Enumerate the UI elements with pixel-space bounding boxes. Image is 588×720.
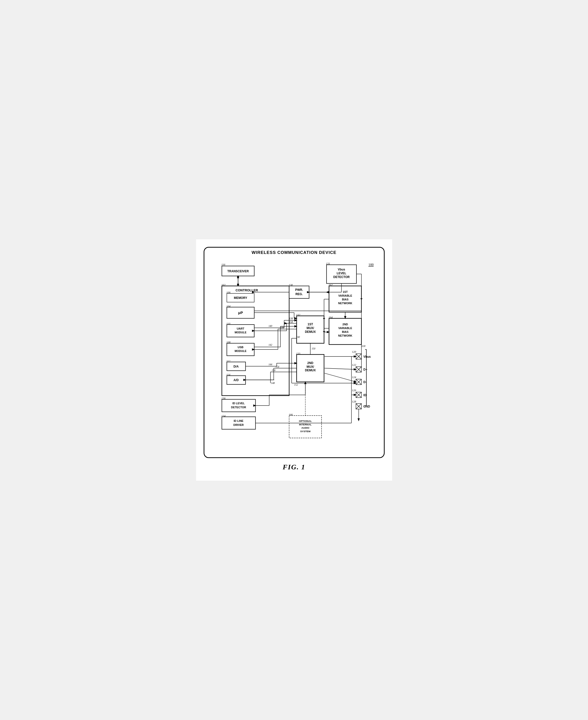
optional-label1: OPTIONAL <box>299 420 312 422</box>
ref-118: 118 <box>361 344 365 347</box>
vbus-pin-label: Vbus <box>363 355 371 359</box>
ref-166: 166 <box>289 413 293 416</box>
pwr-reg-label2: REG. <box>295 292 303 296</box>
ref-150: 150 <box>312 347 315 350</box>
ref-110: 110 <box>226 322 230 325</box>
ref-146: 146 <box>280 326 284 329</box>
id-driver-label1: ID LINE <box>234 419 243 422</box>
ref-132: 132 <box>296 313 300 316</box>
wire-dminus-pin <box>324 373 356 382</box>
bias1-label4: NETWORK <box>338 302 352 305</box>
dplus-pin-label: D+ <box>363 368 367 371</box>
mux1-label2: MUX/ <box>307 326 314 330</box>
wire-dplus-pin <box>324 368 356 369</box>
usb-label1: USB <box>237 346 243 349</box>
uart-label1: UART <box>236 327 244 330</box>
ref-164: 164 <box>328 316 333 319</box>
ref-128: 128 <box>352 400 356 403</box>
ref-116: 116 <box>221 263 225 266</box>
optional-label3: AUDIO <box>301 426 309 429</box>
fig-label: FIG. 1 <box>283 463 306 471</box>
optional-label4: SYSTEM <box>300 430 311 433</box>
mux2-label3: DEMUX <box>305 368 315 372</box>
id-level-label2: DETECTOR <box>231 406 246 409</box>
ref-158: 158 <box>289 320 293 323</box>
ref-154: 154 <box>275 365 279 368</box>
bias2-label1: 2ND <box>342 323 348 326</box>
ref-130: 130 <box>289 283 293 287</box>
ref-144: 144 <box>268 363 272 366</box>
ref-124: 124 <box>352 376 356 379</box>
page: WIRELESS COMMUNICATION DEVICE 100 TRANSC… <box>196 239 392 481</box>
up-label: μP <box>238 311 243 315</box>
ref-108: 108 <box>226 341 231 344</box>
ref-106: 106 <box>226 291 231 294</box>
controller-label: CONTROLLER <box>235 288 258 292</box>
uart-label2: MODULE <box>234 331 246 334</box>
diagram-container: WIRELESS COMMUNICATION DEVICE 100 TRANSC… <box>204 247 385 458</box>
ref-142: 142 <box>268 343 272 346</box>
da-label: D/A <box>233 365 238 368</box>
ref-102: 102 <box>221 283 226 287</box>
vbus-det-label2: LEVEL <box>337 272 346 275</box>
ref-148: 148 <box>271 382 274 384</box>
usb-label2: MODULE <box>234 350 246 353</box>
ref-160: 160 <box>296 336 300 338</box>
transceiver-label: TRANSCEIVER <box>227 270 249 273</box>
ref-133: 133 <box>296 352 300 355</box>
id-pin-label: ID <box>363 394 366 397</box>
diagram-title: WIRELESS COMMUNICATION DEVICE <box>207 250 381 255</box>
ref-162: 162 <box>328 283 333 287</box>
ad-label: A/D <box>233 378 238 382</box>
diagram-svg: 100 TRANSCEIVER 116 CONTROLLER 102 MEMOR… <box>207 258 381 454</box>
memory-label: MEMORY <box>234 296 247 300</box>
ref-100: 100 <box>368 263 374 267</box>
ref-140: 140 <box>268 324 272 327</box>
ref-136: 136 <box>221 397 226 400</box>
bias2-label4: NETWORK <box>338 334 352 337</box>
id-level-label1: ID LEVEL <box>232 402 245 405</box>
mux2-label2: MUX/ <box>307 365 314 368</box>
ref-120: 120 <box>352 350 356 353</box>
ref-112: 112 <box>226 360 230 362</box>
ref-122: 122 <box>352 363 356 366</box>
bias1-label2: VARIABLE <box>338 294 352 297</box>
pwr-reg-label1: PWR. <box>295 288 303 292</box>
bias2-label2: VARIABLE <box>338 326 352 330</box>
mux1-label1: 1ST <box>308 322 313 326</box>
ref-134: 134 <box>221 414 226 417</box>
ref-156: 156 <box>272 369 275 372</box>
ref-104: 104 <box>226 305 231 308</box>
ref-131: 131 <box>326 262 330 265</box>
ref-152: 152 <box>294 383 298 386</box>
optional-label2: INTERNAL <box>299 423 312 426</box>
bias1-label1: 1ST <box>343 290 348 293</box>
bias2-label3: BIAS <box>342 330 349 333</box>
ref-126: 126 <box>352 389 356 392</box>
vbus-det-label1: Vbus <box>338 268 345 271</box>
diagram-area: 100 TRANSCEIVER 116 CONTROLLER 102 MEMOR… <box>207 258 381 454</box>
mux1-label3: DEMUX <box>305 330 315 334</box>
dminus-pin-label: D- <box>363 380 366 384</box>
ref-138: 138 <box>289 317 293 320</box>
mux2-label1: 2ND <box>307 361 313 365</box>
vbus-det-label3: DETECTOR <box>333 275 350 279</box>
ref-114: 114 <box>226 373 230 376</box>
gnd-pin-label: GND <box>363 405 370 408</box>
bias1-label3: BIAS <box>342 298 349 301</box>
id-driver-label2: DRIVER <box>233 423 244 426</box>
